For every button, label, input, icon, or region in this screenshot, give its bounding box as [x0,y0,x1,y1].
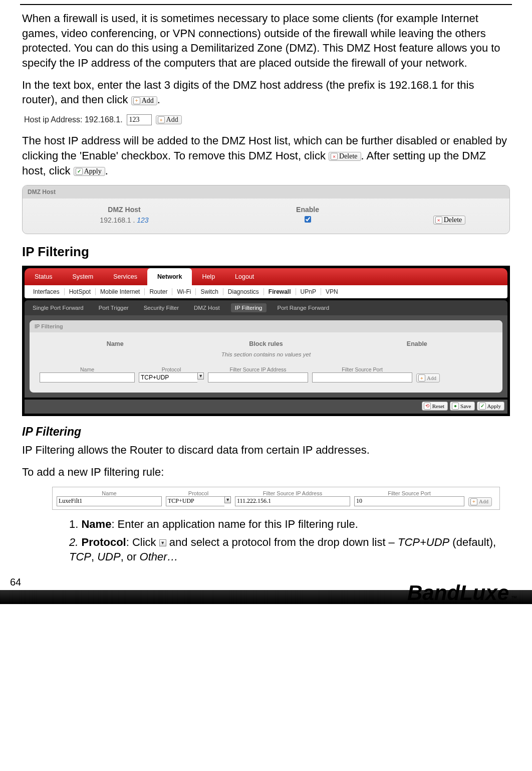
apply-button-inline[interactable]: Apply [74,167,105,176]
tab-help[interactable]: Help [192,268,225,285]
add-label: Add [479,499,488,504]
tab-status[interactable]: Status [25,268,62,285]
ipf-empty-message: This section contains no values yet [40,347,492,366]
dmz-col-enable: Enable [216,206,399,216]
tert-dmz-host[interactable]: DMZ Host [190,303,224,312]
add-icon [133,97,140,104]
ip-filtering-heading: IP Filtering [22,244,510,260]
dmz-ip-label: Host ip Address: 192.168.1. [24,115,123,124]
ipf-h-proto: Protocol [139,366,204,372]
tert-ip-filtering[interactable]: IP Filtering [231,303,267,312]
subtab-upnp[interactable]: UPnP [296,288,321,295]
dmz-actions-cell: Delete [399,216,499,225]
dmz-ip-suffix: 123 [137,216,148,224]
step2-b: and select a protocol from the drop down… [166,536,398,548]
para2a-text: In the text box, enter the last 3 digits… [22,79,474,106]
subtab-mobile-internet[interactable]: Mobile Internet [96,288,145,295]
step2-udp: UDP [97,550,120,563]
subtab-firewall[interactable]: Firewall [264,288,296,295]
tab-logout[interactable]: Logout [225,268,264,285]
brand-text: BandLuxe [407,581,509,605]
dmz-enable-checkbox[interactable] [305,216,311,223]
ex-source-ip-input[interactable] [235,496,350,506]
dmz-row-delete-button[interactable]: Delete [433,216,466,225]
add-icon [418,374,425,381]
step2-tcp: TCP [69,550,91,563]
save-icon [452,403,459,410]
dmz-ip-prefix: 192.168.1 . [100,216,137,224]
router-sub-nav: Interfaces HotSpot Mobile Internet Route… [25,285,507,298]
ex-protocol-input[interactable] [166,496,224,506]
ipf-add-button[interactable]: Add [416,373,440,382]
subtab-diagnostics[interactable]: Diagnostics [223,288,264,295]
ipf-h-port: Filter Source Port [312,366,412,372]
dropdown-icon[interactable] [159,539,166,546]
ex-h-port: Filter Source Port [354,490,464,496]
tert-port-trigger[interactable]: Port Trigger [95,303,133,312]
add-label: Add [427,375,436,381]
reset-icon [424,403,431,410]
step2-tcpudp: TCP+UDP [398,536,449,548]
apply-label: Apply [487,404,501,409]
router-footer-buttons: Reset Save Apply [25,400,507,414]
ip-filtering-panel: IP Filtering Name Block rules Enable Thi… [30,320,502,393]
dmz-col-host: DMZ Host [33,206,216,216]
ex-h-name: Name [57,490,162,496]
tab-network[interactable]: Network [147,268,192,285]
ipf-source-port-input[interactable] [312,372,412,382]
add-icon [470,498,477,505]
apply-label: Apply [84,168,102,175]
ex-add-button[interactable]: Add [468,497,492,506]
step2-def: (default), [449,536,496,548]
tab-services[interactable]: Services [103,268,147,285]
para3c-text: . [105,164,108,177]
ipf-source-ip-input[interactable] [208,372,308,382]
dmz-add-button[interactable]: Add [156,115,182,124]
brand-logo: BandLuxe™ [407,581,517,605]
ex-name-input[interactable] [57,496,162,506]
delete-button-inline[interactable]: Delete [329,152,361,161]
step1-text: : Enter an application name for this IP … [111,518,358,530]
tert-single-port-forward[interactable]: Single Port Forward [29,303,88,312]
dropdown-icon[interactable] [197,372,204,379]
subtab-hotspot[interactable]: HotSpot [65,288,96,295]
subtab-router[interactable]: Router [145,288,172,295]
ex-h-src: Filter Source IP Address [235,490,350,496]
dropdown-icon[interactable] [224,496,231,503]
step2-other: Other… [140,550,178,563]
tert-security-filter[interactable]: Security Filter [140,303,183,312]
reset-button[interactable]: Reset [422,402,448,411]
dmz-enable-cell [216,216,399,224]
ex-source-port-input[interactable] [354,496,464,506]
step2-label: Protocol [81,536,126,548]
dmz-octet-input[interactable] [127,114,152,125]
step-2: 2. Protocol: Click and select a protocol… [67,535,510,564]
tab-system[interactable]: System [62,268,103,285]
step-1: Name: Enter an application name for this… [67,517,510,532]
ipf-add-row: Name Protocol Filter Source IP Address [40,366,492,382]
dmz-host-panel: DMZ Host DMZ Host Enable 192.168.1 . 123… [22,185,510,234]
step2-d: , or [121,550,140,563]
ipf-name-input[interactable] [40,372,135,382]
ipf-example-row: Name Protocol Filter Source IP Address F… [52,487,500,510]
step2-a: : Click [126,536,159,548]
para2b-text: . [157,93,160,106]
ipf-col-enable: Enable [342,340,492,347]
ip-filtering-subheading: IP Filtering [22,425,510,439]
ipf-col-block: Block rules [190,340,341,347]
apply-button[interactable]: Apply [477,402,505,411]
ipf-protocol-input[interactable] [139,372,197,382]
dmz-instruction-2: The host IP address will be added to the… [22,133,510,178]
tert-port-range-forward[interactable]: Port Range Forward [274,303,334,312]
ipf-add-intro: To add a new IP filtering rule: [22,465,510,480]
ex-h-proto: Protocol [166,490,231,496]
subtab-switch[interactable]: Switch [196,288,223,295]
dmz-host-input-row: Host ip Address: 192.168.1. Add [24,114,510,125]
subtab-vpn[interactable]: VPN [321,288,343,295]
add-button-inline[interactable]: Add [131,96,157,105]
save-button[interactable]: Save [450,402,474,411]
apply-icon [479,403,486,410]
subtab-interfaces[interactable]: Interfaces [29,288,65,295]
subtab-wifi[interactable]: Wi-Fi [172,288,196,295]
add-label: Add [142,97,154,104]
